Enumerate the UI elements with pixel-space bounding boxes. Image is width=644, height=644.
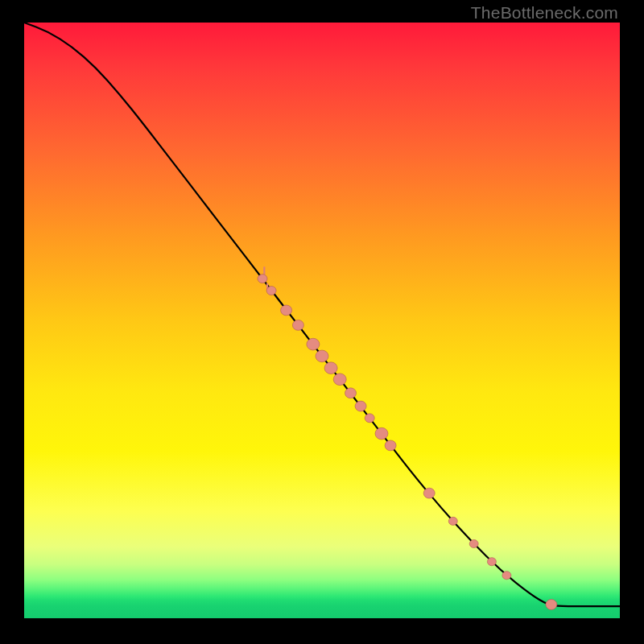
plot-area (24, 23, 620, 618)
data-marker (365, 414, 374, 423)
bottleneck-curve (24, 23, 620, 606)
data-marker (469, 539, 478, 547)
chart-stage: TheBottleneck.com (0, 0, 644, 644)
data-marker (502, 572, 511, 580)
curve-tick (263, 266, 265, 275)
data-marker (375, 427, 388, 440)
data-marker (355, 401, 366, 411)
data-marker (281, 305, 292, 316)
data-marker (258, 275, 267, 283)
data-markers (258, 275, 557, 610)
data-marker (307, 338, 320, 350)
data-marker (345, 388, 357, 398)
data-marker (316, 350, 328, 362)
data-marker (448, 517, 457, 525)
data-marker (423, 488, 435, 498)
data-marker (546, 600, 557, 610)
chart-svg (24, 23, 620, 618)
data-marker (324, 362, 337, 374)
watermark-text: TheBottleneck.com (471, 3, 618, 23)
data-marker (333, 374, 346, 386)
data-marker (266, 286, 276, 295)
data-marker (487, 558, 496, 566)
data-marker (292, 320, 303, 330)
data-marker (385, 440, 396, 451)
